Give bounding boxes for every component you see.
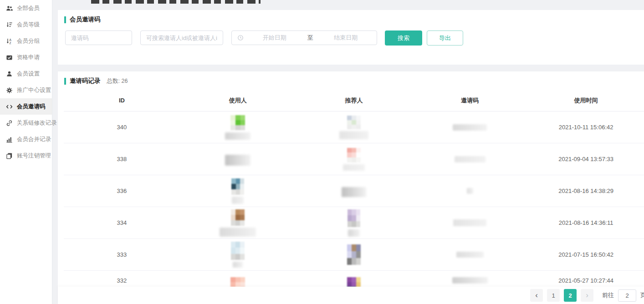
prev-page-button[interactable]: ‹ [530, 289, 543, 302]
sidebar-item-copy[interactable]: 账号注销管理 [0, 147, 52, 164]
page-button-2[interactable]: 2 [564, 289, 577, 302]
cell-id: 333 [64, 239, 180, 270]
copy-icon [6, 152, 13, 159]
blurred-avatar [347, 244, 361, 265]
records-panel-title: 邀请码记录 [70, 77, 101, 85]
records-table: ID 使用人 推荐人 邀请码 使用时间 340 2021-10-11 15:06… [64, 90, 644, 304]
bar-chart-icon [6, 136, 13, 143]
cell-referrer [296, 143, 412, 175]
blurred-avatar [230, 115, 245, 131]
blurred-avatar [231, 178, 244, 195]
blurred-invite-code [467, 188, 473, 194]
cell-code [412, 143, 528, 175]
sidebar-item-link[interactable]: 关系链修改记录 [0, 115, 52, 131]
main-content: 会员邀请码 开始日期 至 结束日期 搜索 导出 邀请码记录 总数: 26 ID [52, 0, 644, 304]
blurred-invite-code [452, 277, 488, 284]
blurred-name [339, 131, 368, 139]
cell-code [412, 175, 528, 207]
next-page-button[interactable]: › [581, 289, 593, 302]
cell-id: 334 [64, 207, 180, 238]
table-row: 333 2021-07-15 16:50:42 [64, 239, 644, 271]
cell-user [180, 143, 296, 175]
svg-text:Z: Z [10, 41, 11, 44]
search-button[interactable]: 搜索 [385, 30, 422, 46]
clipped-page-title [91, 0, 261, 4]
sidebar-item-gear[interactable]: 推广中心设置 [0, 82, 52, 98]
sort-alpha-icon: AZ [6, 38, 13, 45]
clock-icon [237, 35, 244, 41]
blurred-name [342, 187, 366, 197]
date-separator: 至 [306, 34, 315, 42]
cell-referrer [296, 111, 412, 143]
blurred-invite-code [456, 252, 484, 258]
cell-time: 2021-08-16 14:38:29 [528, 175, 644, 207]
cell-time: 2021-08-16 14:36:11 [528, 207, 644, 238]
section-accent-bar [64, 78, 66, 85]
table-row: 338 2021-09-04 13:57:33 [64, 143, 644, 175]
sidebar: 全部会员 会员等级 AZ 会员分组 资格申请 会员设置 推广中心设置 会员邀请码… [0, 0, 52, 304]
cell-id: 338 [64, 143, 180, 175]
cell-id: 340 [64, 111, 180, 143]
user-icon [6, 71, 13, 77]
blurred-avatar [231, 209, 245, 226]
svg-text:A: A [10, 38, 12, 41]
date-start-placeholder[interactable]: 开始日期 [244, 34, 306, 42]
col-header-code: 邀请码 [412, 90, 528, 111]
cell-code [412, 239, 528, 270]
cell-time: 2021-07-15 16:50:42 [528, 239, 644, 270]
col-header-id: ID [64, 90, 180, 111]
gear-icon [6, 87, 13, 94]
blurred-invite-code [453, 124, 487, 131]
section-accent-bar [64, 16, 66, 23]
blurred-name [225, 155, 250, 166]
records-panel-header: 邀请码记录 总数: 26 [64, 77, 128, 85]
sort-levels-icon [6, 21, 13, 28]
sidebar-item-code[interactable]: 会员邀请码 [0, 98, 52, 115]
inviter-id-input[interactable] [140, 30, 223, 45]
cell-user [180, 111, 296, 143]
cell-user [180, 175, 296, 207]
cell-code [412, 207, 528, 238]
blurred-name [348, 229, 360, 237]
date-end-placeholder[interactable]: 结束日期 [315, 34, 377, 42]
goto-page-input[interactable] [618, 289, 636, 302]
col-header-user: 使用人 [180, 90, 296, 111]
export-button[interactable]: 导出 [427, 30, 463, 46]
blurred-avatar [231, 242, 245, 260]
blurred-name [225, 132, 250, 140]
records-panel: 邀请码记录 总数: 26 ID 使用人 推荐人 邀请码 使用时间 340 202… [58, 71, 644, 304]
goto-page-label: 前往 [602, 291, 614, 299]
cell-referrer [296, 239, 412, 270]
blurred-avatar [347, 116, 361, 129]
records-total: 总数: 26 [107, 77, 128, 85]
search-panel: 会员邀请码 开始日期 至 结束日期 搜索 导出 [58, 10, 644, 65]
sidebar-item-sort-levels[interactable]: 会员等级 [0, 16, 52, 33]
col-header-time: 使用时间 [528, 90, 644, 111]
table-row: 334 2021-08-16 14:36:11 [64, 207, 644, 239]
sidebar-item-sort-alpha[interactable]: AZ 会员分组 [0, 33, 52, 49]
blurred-avatar [347, 148, 361, 162]
col-header-referrer: 推荐人 [296, 90, 412, 111]
code-icon [6, 103, 13, 110]
sidebar-item-bar-chart[interactable]: 会员合并记录 [0, 131, 52, 147]
page-unit-label: 页 [640, 291, 644, 299]
sidebar-item-users[interactable]: 全部会员 [0, 0, 52, 16]
cell-time: 2021-10-11 15:06:42 [528, 111, 644, 143]
invite-code-input[interactable] [65, 30, 132, 45]
table-row: 340 2021-10-11 15:06:42 [64, 111, 644, 143]
blurred-invite-code [453, 219, 486, 226]
cell-code [412, 111, 528, 143]
blurred-invite-code [455, 156, 486, 162]
sidebar-item-user[interactable]: 会员设置 [0, 66, 52, 82]
sidebar-item-apply-check[interactable]: 资格申请 [0, 49, 52, 66]
date-range-picker[interactable]: 开始日期 至 结束日期 [231, 30, 377, 45]
page-button-1[interactable]: 1 [547, 289, 560, 302]
search-panel-header: 会员邀请码 [64, 15, 101, 24]
table-body: 340 2021-10-11 15:06:42 338 2021-09-04 1… [64, 111, 644, 303]
cell-id: 336 [64, 175, 180, 207]
blurred-name [220, 228, 256, 237]
page-buttons: 12 [547, 289, 577, 302]
link-icon [6, 120, 13, 127]
search-panel-title: 会员邀请码 [70, 15, 101, 24]
cell-time: 2021-09-04 13:57:33 [528, 143, 644, 175]
